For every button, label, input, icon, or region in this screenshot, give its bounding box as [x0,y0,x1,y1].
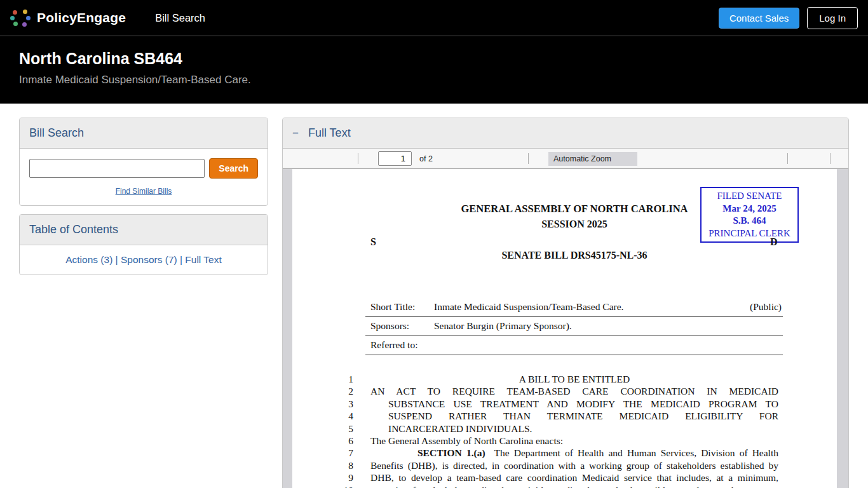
bill-text-line: 8Benefits (DHB), is directed, in coordin… [370,459,778,471]
line-text: AN ACT TO REQUIRE TEAM-BASED CARE COORDI… [370,385,778,397]
stamp-line: Mar 24, 2025 [703,203,796,215]
line-text: SUBSTANCE USE TREATMENT AND MODIFY THE M… [370,398,778,410]
bill-search-panel-body: Search Find Similar Bills [20,149,268,205]
content-area: Bill Search Search Find Similar Bills Ta… [0,104,868,488]
line-number: 10 [326,484,353,488]
bill-text-line: 4SUSPEND RATHER THAN TERMINATE MEDICAID … [370,410,778,422]
filed-senate-stamp: FILED SENATEMar 24, 2025S.B. 464PRINCIPA… [700,187,799,243]
full-text-panel: − Full Text of 2 Automatic Zoom FILED SE… [282,118,849,488]
bill-text-line: 5INCARCERATED INDIVIDUALS. [370,423,778,435]
meta-value [434,339,782,351]
toc-link-2[interactable]: Full Text [185,254,221,265]
line-text: The General Assembly of North Carolina e… [370,435,778,447]
logo-dot [26,16,31,20]
section-label: SECTION 1.(a) [417,447,485,458]
bill-text-lines: 1A BILL TO BE ENTITLED2AN ACT TO REQUIRE… [370,373,778,488]
toolbar-separator [787,153,788,164]
line-text: SUSPEND RATHER THAN TERMINATE MEDICAID E… [370,410,778,422]
main-column: − Full Text of 2 Automatic Zoom FILED SE… [282,118,849,488]
page-title: North Carolina SB464 [19,50,849,68]
brand-name: PolicyEngage [37,10,126,25]
find-similar-bills-link[interactable]: Find Similar Bills [29,187,258,196]
sidebar: Bill Search Search Find Similar Bills Ta… [19,118,268,488]
logo-dot [23,10,27,14]
bill-header: North Carolina SB464 Inmate Medicaid Sus… [0,36,868,104]
line-number: 5 [326,423,353,435]
page-count-label: of 2 [419,149,433,169]
meta-row: Referred to: [365,336,783,355]
toolbar-separator [358,153,358,164]
chamber-markers: S D [370,236,778,248]
line-text: A BILL TO BE ENTITLED [370,373,778,385]
chamber-right-marker: D [770,236,778,248]
logo-dot [22,22,27,27]
pdf-left-gutter [283,169,292,488]
pdf-toolbar: of 2 Automatic Zoom [283,149,848,169]
page-subtitle: Inmate Medicaid Suspension/Team-Based Ca… [19,74,849,86]
line-number: 7 [326,447,353,459]
line-number: 9 [326,471,353,484]
chamber-left-marker: S [370,236,376,247]
brand-logo-icon [10,8,31,28]
line-number: 1 [326,373,353,385]
bill-text-line: 2AN ACT TO REQUIRE TEAM-BASED CARE COORD… [370,385,778,397]
toc-panel-title: Table of Contents [20,215,268,245]
top-navbar: PolicyEngage Bill Search Contact Sales L… [0,0,868,36]
contact-sales-button[interactable]: Contact Sales [719,8,799,29]
bill-number-heading: SENATE BILL DRS45175-NL-36 [370,250,778,261]
table-of-contents-panel: Table of Contents Actions (3) | Sponsors… [19,214,268,275]
line-text: INCARCERATED INDIVIDUALS. [370,423,778,435]
line-number: 3 [326,398,353,410]
logo-dot [13,10,17,15]
meta-value: Inmate Medicaid Suspension/Team-Based Ca… [434,301,750,313]
toc-link-1[interactable]: Sponsors (7) [121,254,177,265]
line-number: 6 [326,435,353,447]
zoom-select[interactable]: Automatic Zoom [548,152,637,166]
bill-text-line: 1A BILL TO BE ENTITLED [370,373,778,385]
meta-label: Short Title: [370,301,434,313]
toolbar-separator [830,153,831,164]
toolbar-separator [528,153,529,164]
bill-text-line: 10screening for alcohol use disorder, op… [370,484,778,488]
nav-item-bill-search[interactable]: Bill Search [155,12,205,24]
bill-text-line: 3SUBSTANCE USE TREATMENT AND MODIFY THE … [370,398,778,410]
pdf-viewer: FILED SENATEMar 24, 2025S.B. 464PRINCIPA… [283,169,848,488]
logo-dot [10,16,15,20]
meta-extra: (Public) [750,301,782,313]
meta-row: Short Title:Inmate Medicaid Suspension/T… [365,298,783,317]
line-text: SECTION 1.(a) The Department of Health a… [370,447,778,459]
search-button[interactable]: Search [209,158,258,179]
toc-link-0[interactable]: Actions (3) [65,254,112,265]
bill-meta-table: Short Title:Inmate Medicaid Suspension/T… [365,298,783,355]
stamp-line: FILED SENATE [703,190,796,203]
pdf-page: FILED SENATEMar 24, 2025S.B. 464PRINCIPA… [292,169,837,488]
bill-search-panel: Bill Search Search Find Similar Bills [19,118,268,206]
login-button[interactable]: Log In [807,7,858,29]
line-text: screening for alcohol use disorder, opio… [370,484,778,488]
line-text: Benefits (DHB), is directed, in coordina… [370,459,778,471]
full-text-panel-title: Full Text [308,126,351,140]
logo-dot [13,22,18,26]
stamp-line: S.B. 464 [703,215,796,227]
meta-value: Senator Burgin (Primary Sponsor). [434,320,782,332]
bill-text-line: 6The General Assembly of North Carolina … [370,435,778,447]
bill-text-line: 7SECTION 1.(a) The Department of Health … [370,447,778,459]
pdf-scrollbar[interactable] [837,169,848,488]
bill-search-input[interactable] [29,159,205,178]
line-number: 2 [326,385,353,397]
meta-label: Referred to: [370,339,434,351]
collapse-toggle-icon[interactable]: − [292,127,299,140]
meta-label: Sponsors: [370,320,434,332]
line-number: 8 [326,459,353,471]
page-number-input[interactable] [378,151,412,166]
bill-text-line: 9DHB, to develop a team-based care coord… [370,471,778,484]
line-text: DHB, to develop a team-based care coordi… [370,471,778,484]
bill-search-panel-title: Bill Search [20,118,268,149]
meta-row: Sponsors:Senator Burgin (Primary Sponsor… [365,317,783,336]
full-text-panel-header: − Full Text [283,118,848,149]
toc-links: Actions (3) | Sponsors (7) | Full Text [20,245,268,274]
line-number: 4 [326,410,353,422]
